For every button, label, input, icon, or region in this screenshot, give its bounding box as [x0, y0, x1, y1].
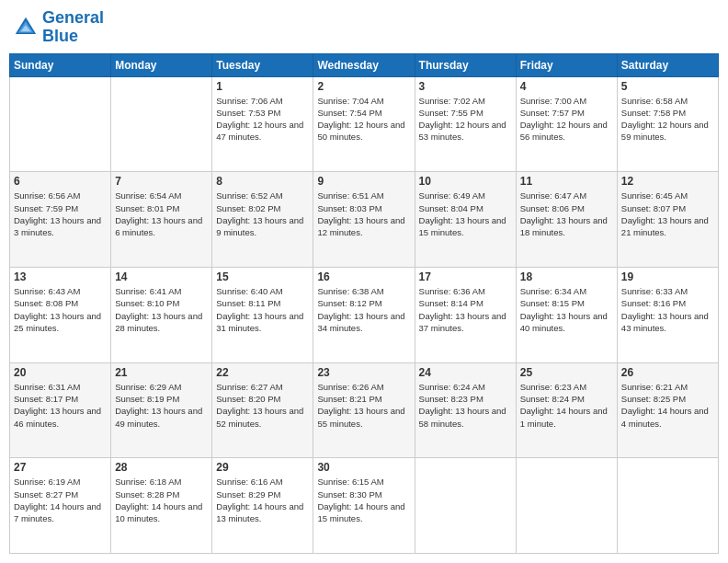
day-detail: Sunrise: 6:36 AMSunset: 8:14 PMDaylight:…	[419, 285, 512, 334]
day-detail: Sunrise: 6:38 AMSunset: 8:12 PMDaylight:…	[317, 285, 410, 334]
day-number: 30	[317, 461, 410, 474]
calendar-cell: 27Sunrise: 6:19 AMSunset: 8:27 PMDayligh…	[10, 458, 111, 554]
weekday-header: Tuesday	[212, 53, 313, 76]
day-detail: Sunrise: 6:33 AMSunset: 8:16 PMDaylight:…	[621, 285, 714, 334]
calendar-week-row: 1Sunrise: 7:06 AMSunset: 7:53 PMDaylight…	[10, 76, 719, 172]
day-number: 23	[317, 366, 410, 379]
day-number: 5	[621, 80, 714, 93]
weekday-header: Thursday	[415, 53, 516, 76]
weekday-header: Monday	[111, 53, 212, 76]
day-detail: Sunrise: 6:23 AMSunset: 8:24 PMDaylight:…	[520, 381, 613, 430]
day-number: 15	[216, 270, 309, 283]
day-number: 11	[520, 175, 613, 188]
calendar-cell: 18Sunrise: 6:34 AMSunset: 8:15 PMDayligh…	[516, 267, 617, 362]
day-number: 22	[216, 366, 309, 379]
day-number: 20	[14, 366, 107, 379]
weekday-header-row: SundayMondayTuesdayWednesdayThursdayFrid…	[10, 53, 719, 76]
calendar-cell: 11Sunrise: 6:47 AMSunset: 8:06 PMDayligh…	[516, 172, 617, 268]
day-detail: Sunrise: 6:18 AMSunset: 8:28 PMDaylight:…	[115, 476, 208, 524]
day-detail: Sunrise: 6:43 AMSunset: 8:08 PMDaylight:…	[14, 285, 107, 334]
calendar-cell	[617, 458, 718, 554]
day-detail: Sunrise: 6:24 AMSunset: 8:23 PMDaylight:…	[419, 381, 512, 430]
calendar-cell: 17Sunrise: 6:36 AMSunset: 8:14 PMDayligh…	[415, 267, 516, 362]
calendar-week-row: 6Sunrise: 6:56 AMSunset: 7:59 PMDaylight…	[10, 172, 719, 268]
day-number: 28	[115, 461, 208, 474]
day-number: 13	[14, 270, 107, 283]
calendar-cell: 12Sunrise: 6:45 AMSunset: 8:07 PMDayligh…	[617, 172, 718, 268]
calendar-cell: 22Sunrise: 6:27 AMSunset: 8:20 PMDayligh…	[212, 362, 313, 458]
day-detail: Sunrise: 7:02 AMSunset: 7:55 PMDaylight:…	[419, 95, 512, 144]
day-detail: Sunrise: 6:51 AMSunset: 8:03 PMDaylight:…	[317, 190, 410, 238]
calendar-cell: 2Sunrise: 7:04 AMSunset: 7:54 PMDaylight…	[313, 76, 415, 172]
day-number: 9	[317, 175, 410, 188]
day-detail: Sunrise: 6:16 AMSunset: 8:29 PMDaylight:…	[216, 476, 309, 524]
day-number: 2	[317, 80, 410, 93]
calendar-cell: 21Sunrise: 6:29 AMSunset: 8:19 PMDayligh…	[111, 362, 212, 458]
calendar-cell: 8Sunrise: 6:52 AMSunset: 8:02 PMDaylight…	[212, 172, 313, 268]
calendar-cell: 5Sunrise: 6:58 AMSunset: 7:58 PMDaylight…	[617, 76, 718, 172]
calendar-cell: 6Sunrise: 6:56 AMSunset: 7:59 PMDaylight…	[10, 172, 111, 268]
calendar-cell: 26Sunrise: 6:21 AMSunset: 8:25 PMDayligh…	[617, 362, 718, 458]
day-detail: Sunrise: 6:47 AMSunset: 8:06 PMDaylight:…	[520, 190, 613, 238]
calendar-cell	[415, 458, 516, 554]
calendar-cell: 4Sunrise: 7:00 AMSunset: 7:57 PMDaylight…	[516, 76, 617, 172]
day-number: 17	[419, 270, 512, 283]
day-number: 6	[14, 175, 107, 188]
calendar-cell	[10, 76, 111, 172]
day-detail: Sunrise: 6:19 AMSunset: 8:27 PMDaylight:…	[14, 476, 107, 524]
day-detail: Sunrise: 6:41 AMSunset: 8:10 PMDaylight:…	[115, 285, 208, 334]
day-detail: Sunrise: 6:29 AMSunset: 8:19 PMDaylight:…	[115, 381, 208, 430]
day-detail: Sunrise: 6:56 AMSunset: 7:59 PMDaylight:…	[14, 190, 107, 238]
day-detail: Sunrise: 6:15 AMSunset: 8:30 PMDaylight:…	[317, 476, 410, 524]
day-detail: Sunrise: 7:06 AMSunset: 7:53 PMDaylight:…	[216, 95, 309, 144]
calendar-week-row: 27Sunrise: 6:19 AMSunset: 8:27 PMDayligh…	[10, 458, 719, 554]
calendar-cell: 7Sunrise: 6:54 AMSunset: 8:01 PMDaylight…	[111, 172, 212, 268]
day-number: 4	[520, 80, 613, 93]
calendar-cell: 24Sunrise: 6:24 AMSunset: 8:23 PMDayligh…	[415, 362, 516, 458]
weekday-header: Saturday	[617, 53, 718, 76]
weekday-header: Friday	[516, 53, 617, 76]
day-detail: Sunrise: 6:58 AMSunset: 7:58 PMDaylight:…	[621, 95, 714, 144]
day-detail: Sunrise: 6:31 AMSunset: 8:17 PMDaylight:…	[14, 381, 107, 430]
day-number: 12	[621, 175, 714, 188]
day-number: 21	[115, 366, 208, 379]
day-detail: Sunrise: 6:45 AMSunset: 8:07 PMDaylight:…	[621, 190, 714, 238]
logo: General Blue	[13, 9, 104, 46]
day-number: 8	[216, 175, 309, 188]
day-detail: Sunrise: 6:40 AMSunset: 8:11 PMDaylight:…	[216, 285, 309, 334]
calendar-cell: 16Sunrise: 6:38 AMSunset: 8:12 PMDayligh…	[313, 267, 415, 362]
calendar-cell: 23Sunrise: 6:26 AMSunset: 8:21 PMDayligh…	[313, 362, 415, 458]
day-detail: Sunrise: 6:34 AMSunset: 8:15 PMDaylight:…	[520, 285, 613, 334]
calendar-cell: 3Sunrise: 7:02 AMSunset: 7:55 PMDaylight…	[415, 76, 516, 172]
calendar-cell: 19Sunrise: 6:33 AMSunset: 8:16 PMDayligh…	[617, 267, 718, 362]
day-number: 10	[419, 175, 512, 188]
day-detail: Sunrise: 6:21 AMSunset: 8:25 PMDaylight:…	[621, 381, 714, 430]
day-detail: Sunrise: 6:27 AMSunset: 8:20 PMDaylight:…	[216, 381, 309, 430]
day-number: 14	[115, 270, 208, 283]
day-detail: Sunrise: 6:26 AMSunset: 8:21 PMDaylight:…	[317, 381, 410, 430]
calendar-cell: 9Sunrise: 6:51 AMSunset: 8:03 PMDaylight…	[313, 172, 415, 268]
day-number: 25	[520, 366, 613, 379]
calendar-table: SundayMondayTuesdayWednesdayThursdayFrid…	[9, 53, 719, 554]
day-detail: Sunrise: 7:04 AMSunset: 7:54 PMDaylight:…	[317, 95, 410, 144]
calendar-cell: 10Sunrise: 6:49 AMSunset: 8:04 PMDayligh…	[415, 172, 516, 268]
day-number: 1	[216, 80, 309, 93]
calendar-cell: 14Sunrise: 6:41 AMSunset: 8:10 PMDayligh…	[111, 267, 212, 362]
calendar-cell: 30Sunrise: 6:15 AMSunset: 8:30 PMDayligh…	[313, 458, 415, 554]
calendar-cell: 13Sunrise: 6:43 AMSunset: 8:08 PMDayligh…	[10, 267, 111, 362]
calendar-cell: 25Sunrise: 6:23 AMSunset: 8:24 PMDayligh…	[516, 362, 617, 458]
day-detail: Sunrise: 7:00 AMSunset: 7:57 PMDaylight:…	[520, 95, 613, 144]
day-number: 29	[216, 461, 309, 474]
calendar-cell	[111, 76, 212, 172]
page-header: General Blue	[9, 9, 719, 46]
calendar-cell: 20Sunrise: 6:31 AMSunset: 8:17 PMDayligh…	[10, 362, 111, 458]
day-number: 18	[520, 270, 613, 283]
day-number: 24	[419, 366, 512, 379]
weekday-header: Wednesday	[313, 53, 415, 76]
calendar-cell: 29Sunrise: 6:16 AMSunset: 8:29 PMDayligh…	[212, 458, 313, 554]
calendar-cell: 1Sunrise: 7:06 AMSunset: 7:53 PMDaylight…	[212, 76, 313, 172]
calendar-cell: 15Sunrise: 6:40 AMSunset: 8:11 PMDayligh…	[212, 267, 313, 362]
weekday-header: Sunday	[10, 53, 111, 76]
logo-icon	[13, 15, 39, 40]
calendar-week-row: 13Sunrise: 6:43 AMSunset: 8:08 PMDayligh…	[10, 267, 719, 362]
